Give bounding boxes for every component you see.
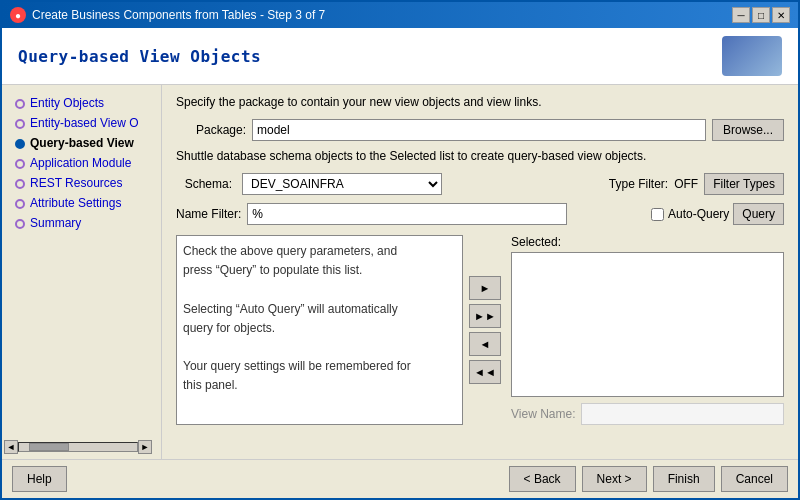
move-all-right-button[interactable]: ►► bbox=[469, 304, 501, 328]
sidebar-item-attribute-settings[interactable]: Attribute Settings bbox=[6, 193, 157, 213]
sidebar-item-application-module[interactable]: Application Module bbox=[6, 153, 157, 173]
header-section: Query-based View Objects bbox=[2, 28, 798, 85]
maximize-button[interactable]: □ bbox=[752, 7, 770, 23]
selected-label: Selected: bbox=[511, 235, 784, 249]
shuttle-desc-line1: Check the above query parameters, and bbox=[183, 242, 456, 261]
sidebar-label-attribute-settings: Attribute Settings bbox=[30, 196, 121, 210]
shuttle-desc-line8: this panel. bbox=[183, 376, 456, 395]
title-controls: ─ □ ✕ bbox=[732, 7, 790, 23]
selected-list[interactable] bbox=[511, 252, 784, 397]
main-window: ● Create Business Components from Tables… bbox=[0, 0, 800, 500]
bullet-query-view bbox=[12, 136, 28, 150]
sidebar-item-rest-resources[interactable]: REST Resources bbox=[6, 173, 157, 193]
bullet-rest-resources bbox=[12, 176, 28, 190]
name-filter-input[interactable] bbox=[247, 203, 567, 225]
scroll-track bbox=[18, 442, 138, 452]
header-decoration bbox=[722, 36, 782, 76]
schema-row: Schema: DEV_SOAINFRA Type Filter: OFF Fi… bbox=[176, 173, 784, 195]
footer-right: < Back Next > Finish Cancel bbox=[509, 466, 788, 492]
browse-button[interactable]: Browse... bbox=[712, 119, 784, 141]
next-button[interactable]: Next > bbox=[582, 466, 647, 492]
finish-button[interactable]: Finish bbox=[653, 466, 715, 492]
title-bar: ● Create Business Components from Tables… bbox=[2, 2, 798, 28]
title-bar-left: ● Create Business Components from Tables… bbox=[10, 7, 325, 23]
sidebar-label-application-module: Application Module bbox=[30, 156, 131, 170]
bullet-entity-objects bbox=[12, 96, 28, 110]
move-right-button[interactable]: ► bbox=[469, 276, 501, 300]
type-filter-area: Type Filter: OFF Filter Types bbox=[609, 173, 784, 195]
page-title: Query-based View Objects bbox=[18, 47, 261, 66]
shuttle-buttons: ► ►► ◄ ◄◄ bbox=[469, 235, 505, 425]
sidebar-item-summary[interactable]: Summary bbox=[6, 213, 157, 233]
window-title: Create Business Components from Tables -… bbox=[32, 8, 325, 22]
schema-select[interactable]: DEV_SOAINFRA bbox=[242, 173, 442, 195]
name-filter-row: Name Filter: Auto-Query Query bbox=[176, 203, 784, 225]
shuttle-desc-line2: press “Query” to populate this list. bbox=[183, 261, 456, 280]
sidebar-label-query-view: Query-based View bbox=[30, 136, 134, 150]
type-filter-label: Type Filter: bbox=[609, 177, 668, 191]
shuttle-left-list[interactable]: Check the above query parameters, and pr… bbox=[176, 235, 463, 425]
scroll-left-button[interactable]: ◄ bbox=[4, 440, 18, 454]
instruction-1: Specify the package to contain your new … bbox=[176, 95, 784, 109]
shuttle-description: Check the above query parameters, and pr… bbox=[183, 242, 456, 396]
package-input[interactable] bbox=[252, 119, 706, 141]
query-button[interactable]: Query bbox=[733, 203, 784, 225]
help-button[interactable]: Help bbox=[12, 466, 67, 492]
shuttle-desc-line7: Your query settings will be remembered f… bbox=[183, 357, 456, 376]
main-panel: Specify the package to contain your new … bbox=[162, 85, 798, 459]
scroll-thumb bbox=[29, 443, 69, 451]
type-filter-value: OFF bbox=[674, 177, 698, 191]
scroll-right-button[interactable]: ► bbox=[138, 440, 152, 454]
shuttle-desc-line5: query for objects. bbox=[183, 319, 456, 338]
sidebar: Entity Objects Entity-based View O Query… bbox=[2, 85, 162, 459]
name-filter-label: Name Filter: bbox=[176, 207, 241, 221]
auto-query-checkbox[interactable] bbox=[651, 208, 664, 221]
move-left-button[interactable]: ◄ bbox=[469, 332, 501, 356]
bullet-entity-view bbox=[12, 116, 28, 130]
cancel-button[interactable]: Cancel bbox=[721, 466, 788, 492]
sidebar-label-entity-view: Entity-based View O bbox=[30, 116, 139, 130]
sidebar-item-entity-objects[interactable]: Entity Objects bbox=[6, 93, 157, 113]
move-all-left-button[interactable]: ◄◄ bbox=[469, 360, 501, 384]
sidebar-item-query-view: Query-based View bbox=[6, 133, 157, 153]
instruction-2: Shuttle database schema objects to the S… bbox=[176, 149, 784, 163]
bullet-attribute-settings bbox=[12, 196, 28, 210]
view-name-label: View Name: bbox=[511, 407, 575, 421]
minimize-button[interactable]: ─ bbox=[732, 7, 750, 23]
sidebar-item-entity-view[interactable]: Entity-based View O bbox=[6, 113, 157, 133]
auto-query-area: Auto-Query Query bbox=[651, 203, 784, 225]
shuttle-desc-line4: Selecting “Auto Query” will automaticall… bbox=[183, 300, 456, 319]
view-name-input[interactable] bbox=[581, 403, 784, 425]
footer-left: Help bbox=[12, 466, 67, 492]
shuttle-area: Check the above query parameters, and pr… bbox=[176, 235, 784, 425]
auto-query-label: Auto-Query bbox=[668, 207, 729, 221]
filter-types-button[interactable]: Filter Types bbox=[704, 173, 784, 195]
sidebar-label-entity-objects: Entity Objects bbox=[30, 96, 104, 110]
bullet-summary bbox=[12, 216, 28, 230]
footer: Help < Back Next > Finish Cancel bbox=[2, 459, 798, 498]
package-label: Package: bbox=[176, 123, 246, 137]
app-icon: ● bbox=[10, 7, 26, 23]
content-area: Entity Objects Entity-based View O Query… bbox=[2, 85, 798, 459]
sidebar-label-rest-resources: REST Resources bbox=[30, 176, 122, 190]
view-name-row: View Name: bbox=[511, 403, 784, 425]
shuttle-right-panel: Selected: View Name: bbox=[511, 235, 784, 425]
sidebar-scrollbar: ◄ ► bbox=[2, 438, 156, 456]
close-button[interactable]: ✕ bbox=[772, 7, 790, 23]
package-row: Package: Browse... bbox=[176, 119, 784, 141]
schema-label: Schema: bbox=[176, 177, 232, 191]
sidebar-label-summary: Summary bbox=[30, 216, 81, 230]
back-button[interactable]: < Back bbox=[509, 466, 576, 492]
bullet-application-module bbox=[12, 156, 28, 170]
